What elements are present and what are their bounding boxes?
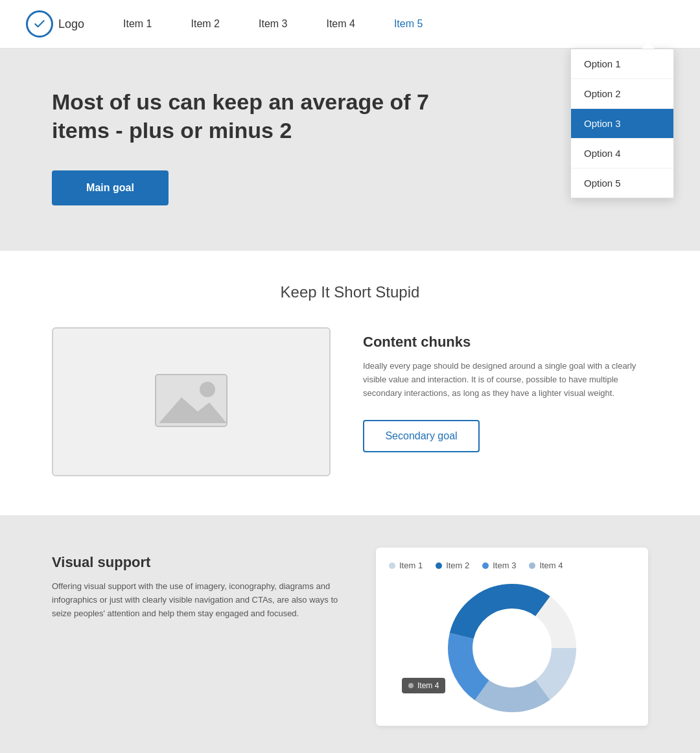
chunk-body: Ideally every page should be designed ar… xyxy=(363,360,648,400)
content-right: Content chunks Ideally every page should… xyxy=(363,327,648,452)
placeholder-image-icon xyxy=(152,371,230,432)
secondary-goal-button[interactable]: Secondary goal xyxy=(363,420,480,452)
legend-label-3: Item 3 xyxy=(493,561,516,570)
dropdown-wrapper: Option 1 Option 2 Option 3 Option 4 Opti… xyxy=(570,49,674,198)
tooltip-dot xyxy=(408,683,414,688)
visual-title: Visual support xyxy=(52,554,344,571)
chart-container: Item 1 Item 2 Item 3 Item 4 xyxy=(376,548,648,726)
content-image xyxy=(52,327,331,476)
chart-legend: Item 1 Item 2 Item 3 Item 4 xyxy=(389,561,635,570)
nav-item-2[interactable]: Item 2 xyxy=(191,13,220,35)
dropdown-option-5[interactable]: Option 5 xyxy=(571,168,673,198)
dropdown-menu: Option 1 Option 2 Option 3 Option 4 Opti… xyxy=(570,49,674,198)
visual-left: Visual support Offering visual support w… xyxy=(52,548,344,620)
hero-heading: Most of us can keep an average of 7 item… xyxy=(52,87,441,145)
logo-text: Logo xyxy=(58,17,84,31)
dropdown-option-4[interactable]: Option 4 xyxy=(571,139,673,168)
legend-dot-4 xyxy=(529,562,535,569)
legend-item-2: Item 2 xyxy=(436,561,469,570)
legend-label-1: Item 1 xyxy=(399,561,423,570)
legend-dot-1 xyxy=(389,562,395,569)
legend-dot-2 xyxy=(436,562,442,569)
navbar: Logo Item 1 Item 2 Item 3 Item 4 Item 5 … xyxy=(0,0,700,49)
main-goal-button[interactable]: Main goal xyxy=(52,170,169,205)
nav-item-4[interactable]: Item 4 xyxy=(326,13,355,35)
content-section: Keep It Short Stupid Content chunks Idea… xyxy=(0,251,700,515)
nav-item-1[interactable]: Item 1 xyxy=(123,13,152,35)
content-section-title: Keep It Short Stupid xyxy=(52,283,648,301)
visual-body: Offering visual support with the use of … xyxy=(52,580,344,620)
dropdown-option-3[interactable]: Option 3 xyxy=(571,109,673,139)
legend-label-2: Item 2 xyxy=(446,561,469,570)
visual-section: Visual support Offering visual support w… xyxy=(0,515,700,753)
logo-icon xyxy=(26,10,53,38)
nav-items: Item 1 Item 2 Item 3 Item 4 Item 5 xyxy=(123,13,674,35)
donut-chart xyxy=(441,577,583,719)
logo[interactable]: Logo xyxy=(26,10,84,38)
legend-item-3: Item 3 xyxy=(482,561,516,570)
dropdown-option-1[interactable]: Option 1 xyxy=(571,49,673,79)
legend-dot-3 xyxy=(482,562,489,569)
dropdown-arrow xyxy=(642,42,655,49)
svg-point-1 xyxy=(200,382,215,397)
legend-item-4: Item 4 xyxy=(529,561,563,570)
tooltip-label: Item 4 xyxy=(417,681,439,690)
nav-item-3[interactable]: Item 3 xyxy=(259,13,287,35)
svg-point-8 xyxy=(473,609,551,687)
chart-area: Item 4 xyxy=(389,583,635,713)
chart-tooltip: Item 4 xyxy=(402,678,445,693)
content-grid: Content chunks Ideally every page should… xyxy=(52,327,648,476)
legend-label-4: Item 4 xyxy=(539,561,563,570)
dropdown-option-2[interactable]: Option 2 xyxy=(571,79,673,109)
nav-item-5[interactable]: Item 5 xyxy=(394,13,423,35)
chunk-title: Content chunks xyxy=(363,334,648,351)
legend-item-1: Item 1 xyxy=(389,561,423,570)
